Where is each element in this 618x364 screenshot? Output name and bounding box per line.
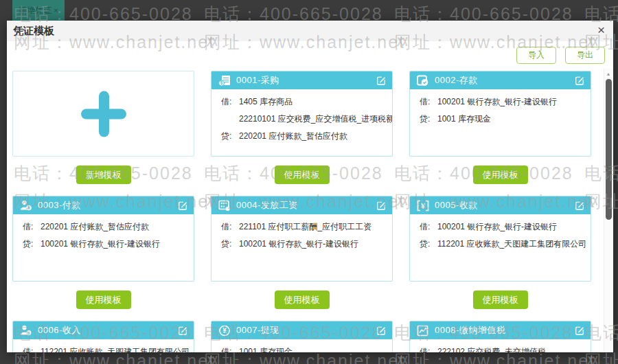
entry-side-label bbox=[221, 114, 239, 124]
template-card-cell: ¥ 0003-付款 借:220201 应付账款_暂估应付款贷:100201 银行… bbox=[12, 196, 194, 309]
edit-template-icon[interactable] bbox=[376, 326, 386, 335]
payment-icon: ¥ bbox=[19, 200, 32, 212]
modal-header: 凭证模板 × bbox=[7, 21, 613, 41]
add-template-card[interactable] bbox=[12, 71, 194, 157]
template-entries: 借:220201 应付账款_暂估应付款贷:100201 银行存款_银行-建设银行 bbox=[13, 214, 194, 249]
svg-text:¥: ¥ bbox=[222, 327, 227, 334]
edit-template-icon[interactable] bbox=[575, 201, 584, 210]
tab-close-icon[interactable]: × bbox=[54, 6, 58, 14]
modal-title: 凭证模板 bbox=[7, 25, 54, 38]
template-card: ¥ 0003-付款 借:220201 应付账款_暂估应付款贷:100201 银行… bbox=[12, 196, 194, 282]
template-card-cell: 0002-存款 借:100201 银行存款_银行-建设银行贷:1001 库存现金… bbox=[409, 71, 591, 184]
entry-side-label: 贷: bbox=[23, 239, 41, 249]
template-grid: 新增模板 $ 0001-采购 借:1405 库存商品22210101 应交税费_… bbox=[7, 69, 603, 352]
edit-template-icon[interactable] bbox=[575, 76, 584, 85]
template-card-title: 0004-发放工资 bbox=[236, 199, 376, 212]
edit-template-icon[interactable] bbox=[575, 326, 584, 335]
entry-account-text: 1001 库存现金 bbox=[239, 347, 293, 352]
deposit-icon bbox=[416, 75, 429, 87]
entry-account-text: 100201 银行存款_银行-建设银行 bbox=[437, 97, 557, 106]
withdraw-icon: ¥ bbox=[218, 325, 231, 337]
use-template-button[interactable]: 使用模板 bbox=[76, 291, 131, 309]
entry-side-label: 借: bbox=[420, 222, 437, 231]
template-card-title: 0007-提现 bbox=[236, 324, 376, 337]
svg-text:$: $ bbox=[220, 80, 222, 86]
receipt-icon: ¥ bbox=[416, 200, 429, 212]
entry-side-label: 借: bbox=[221, 222, 239, 231]
template-card: 0004-发放工资 借:221101 应付职工薪酬_应付职工工资贷:100201… bbox=[211, 196, 393, 282]
template-card: ¥ 0005-收款 借:100201 银行存款_银行-建设银行贷:112201 … bbox=[409, 196, 591, 282]
use-template-button[interactable]: 使用模板 bbox=[473, 291, 528, 309]
svg-text:¥: ¥ bbox=[420, 201, 425, 209]
template-entries: 借:222102 应交税费_未交增值税 bbox=[410, 339, 591, 352]
salary-icon bbox=[218, 200, 231, 212]
entry-account-text: 1001 库存现金 bbox=[437, 114, 491, 124]
background-tab-new-voucher[interactable]: 新增凭证 × bbox=[12, 0, 65, 21]
template-card-title: 0003-付款 bbox=[38, 199, 178, 212]
entry-account-text: 112201 应收账款_天图建工集团有限公司 bbox=[437, 239, 586, 249]
template-card-cell: $ 0006-收入 借:112201 应收账款_天图建工集团有限公司 使用模板 bbox=[12, 321, 194, 352]
scrollbar-thumb[interactable] bbox=[606, 79, 612, 220]
template-entries: 借:1001 库存现金 bbox=[211, 339, 392, 352]
entry-side-label: 贷: bbox=[420, 239, 437, 249]
template-card-title: 0005-收款 bbox=[435, 199, 575, 212]
entry-account-text: 100201 银行存款_银行-建设银行 bbox=[437, 222, 557, 231]
background-tab-label: 新增凭证 bbox=[19, 5, 52, 16]
use-template-button[interactable]: 使用模板 bbox=[473, 166, 528, 184]
entry-account-text: 222102 应交税费_未交增值税 bbox=[437, 347, 546, 352]
svg-text:¥: ¥ bbox=[27, 205, 30, 209]
entry-side-label: 借: bbox=[221, 347, 239, 352]
template-card-title: 0008-缴纳增值税 bbox=[435, 324, 575, 337]
entry-side-label: 贷: bbox=[420, 114, 437, 124]
tax-icon bbox=[416, 325, 429, 337]
entry-account-text: 112201 应收账款_天图建工集团有限公司 bbox=[41, 347, 190, 352]
use-template-button[interactable]: 使用模板 bbox=[275, 291, 330, 309]
add-template-button[interactable]: 新增模板 bbox=[76, 166, 131, 184]
close-icon[interactable]: × bbox=[597, 23, 605, 38]
entry-account-text: 220201 应付账款_暂估应付款 bbox=[239, 131, 347, 141]
entry-side-label: 借: bbox=[420, 347, 437, 352]
template-card: 0002-存款 借:100201 银行存款_银行-建设银行贷:1001 库存现金 bbox=[409, 71, 591, 157]
add-template-cell: 新增模板 bbox=[12, 71, 194, 184]
template-entries: 借:112201 应收账款_天图建工集团有限公司 bbox=[13, 339, 194, 352]
edit-template-icon[interactable] bbox=[178, 326, 187, 335]
template-entries: 借:100201 银行存款_银行-建设银行贷:1001 库存现金 bbox=[410, 89, 591, 124]
entry-side-label: 借: bbox=[221, 97, 239, 106]
template-card-cell: 0008-缴纳增值税 借:222102 应交税费_未交增值税 使用模板 bbox=[409, 321, 591, 352]
entry-account-text: 221101 应付职工薪酬_应付职工工资 bbox=[239, 222, 371, 231]
template-card: ¥ 0007-提现 借:1001 库存现金 bbox=[211, 321, 393, 352]
scroll-up-icon[interactable]: ▲ bbox=[604, 69, 613, 76]
template-entries: 借:1405 库存商品22210101 应交税费_应交增值税_进项税额贷:220… bbox=[211, 89, 392, 141]
entry-side-label: 借: bbox=[23, 347, 41, 352]
plus-icon bbox=[81, 91, 126, 137]
entry-account-text: 100201 银行存款_银行-建设银行 bbox=[239, 239, 358, 249]
template-card: $ 0006-收入 借:112201 应收账款_天图建工集团有限公司 bbox=[12, 321, 194, 352]
edit-template-icon[interactable] bbox=[376, 201, 386, 210]
entry-side-label: 贷: bbox=[221, 131, 239, 141]
income-icon: $ bbox=[19, 325, 32, 337]
template-card-title: 0001-采购 bbox=[236, 74, 376, 87]
entry-side-label: 借: bbox=[23, 222, 41, 231]
entry-account-text: 100201 银行存款_银行-建设银行 bbox=[41, 239, 160, 249]
edit-template-icon[interactable] bbox=[376, 76, 386, 85]
template-card-cell: ¥ 0005-收款 借:100201 银行存款_银行-建设银行贷:112201 … bbox=[409, 196, 591, 309]
entry-side-label: 贷: bbox=[221, 239, 239, 249]
template-card-cell: ¥ 0007-提现 借:1001 库存现金 使用模板 bbox=[211, 321, 393, 352]
entry-account-text: 22210101 应交税费_应交增值税_进项税额 bbox=[239, 114, 393, 124]
template-entries: 借:221101 应付职工薪酬_应付职工工资贷:100201 银行存款_银行-建… bbox=[211, 214, 392, 249]
entry-account-text: 220201 应付账款_暂估应付款 bbox=[41, 222, 149, 231]
template-card-cell: $ 0001-采购 借:1405 库存商品22210101 应交税费_应交增值税… bbox=[211, 71, 393, 184]
import-button[interactable]: 导入 bbox=[516, 47, 556, 64]
template-entries: 借:100201 银行存款_银行-建设银行贷:112201 应收账款_天图建工集… bbox=[410, 214, 591, 249]
template-card: 0008-缴纳增值税 借:222102 应交税费_未交增值税 bbox=[409, 321, 591, 352]
scrollbar[interactable]: ▲ bbox=[604, 69, 613, 352]
app-stage: 新增凭证 × 凭证模板 × 导入 导出 新增模板 $ bbox=[0, 0, 618, 364]
use-template-button[interactable]: 使用模板 bbox=[275, 166, 330, 184]
invoice-icon: $ bbox=[218, 75, 231, 87]
export-button[interactable]: 导出 bbox=[565, 47, 605, 64]
template-card-title: 0002-存款 bbox=[435, 74, 575, 87]
entry-account-text: 1405 库存商品 bbox=[239, 97, 293, 106]
voucher-template-modal: 凭证模板 × 导入 导出 新增模板 $ 0001-采购 bbox=[7, 21, 613, 352]
template-card-cell: 0004-发放工资 借:221101 应付职工薪酬_应付职工工资贷:100201… bbox=[211, 196, 393, 309]
edit-template-icon[interactable] bbox=[178, 201, 187, 210]
